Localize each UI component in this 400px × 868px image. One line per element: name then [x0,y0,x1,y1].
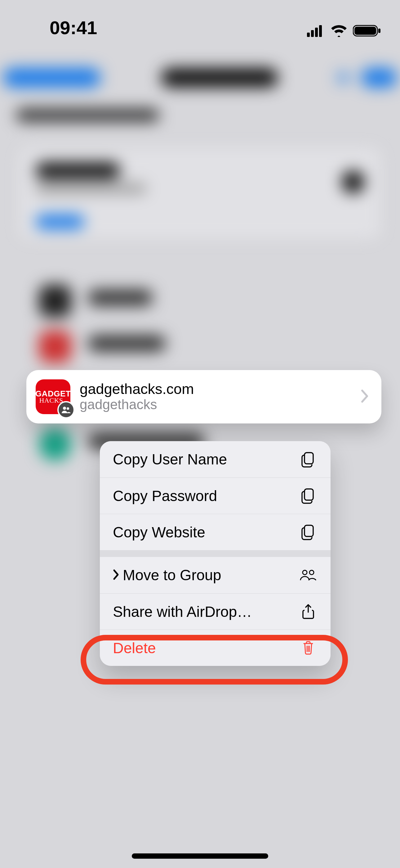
svg-rect-0 [307,33,310,37]
copy-icon [299,452,318,468]
chevron-right-icon [113,566,120,584]
menu-copy-user-name[interactable]: Copy User Name [100,441,331,477]
svg-rect-5 [355,27,376,35]
menu-label: Share with AirDrop… [113,603,299,620]
menu-move-to-group[interactable]: Move to Group [100,557,331,593]
preview-title: gadgethacks.com [80,381,361,397]
menu-label: Copy Password [113,487,299,504]
svg-rect-6 [378,29,380,33]
svg-point-8 [67,407,69,410]
shared-group-badge-icon [57,401,75,418]
svg-rect-9 [304,453,313,464]
menu-label: Copy Website [113,524,299,541]
svg-rect-11 [304,525,313,536]
svg-rect-2 [315,28,318,37]
status-bar: 09:41 [0,0,400,40]
svg-rect-1 [311,30,314,37]
menu-label: Move to Group [123,566,299,584]
cellular-icon [307,25,325,38]
trash-icon [299,641,318,655]
copy-icon [299,524,318,540]
people-icon [299,569,318,582]
status-time: 09:41 [49,17,97,38]
site-icon: GADGET HACKS [36,379,70,414]
menu-copy-password[interactable]: Copy Password [100,477,331,514]
share-icon [299,603,318,620]
svg-rect-10 [304,489,313,500]
battery-icon [353,24,381,38]
password-preview-card[interactable]: GADGET HACKS gadgethacks.com gadgethacks [26,370,381,424]
menu-delete[interactable]: Delete [100,629,331,666]
svg-point-13 [309,570,314,575]
svg-rect-3 [319,25,322,37]
svg-point-7 [63,407,66,410]
preview-subtitle: gadgethacks [80,397,361,412]
menu-label: Copy User Name [113,451,299,468]
menu-copy-website[interactable]: Copy Website [100,514,331,550]
context-menu: Copy User Name Copy Password Copy Websit… [100,441,331,666]
menu-share-airdrop[interactable]: Share with AirDrop… [100,593,331,629]
menu-separator [100,550,331,557]
wifi-icon [331,25,347,38]
blurred-background [0,0,400,868]
menu-label: Delete [113,640,299,657]
chevron-right-icon [361,389,369,404]
home-indicator [132,854,268,859]
copy-icon [299,488,318,504]
svg-point-12 [303,570,307,575]
